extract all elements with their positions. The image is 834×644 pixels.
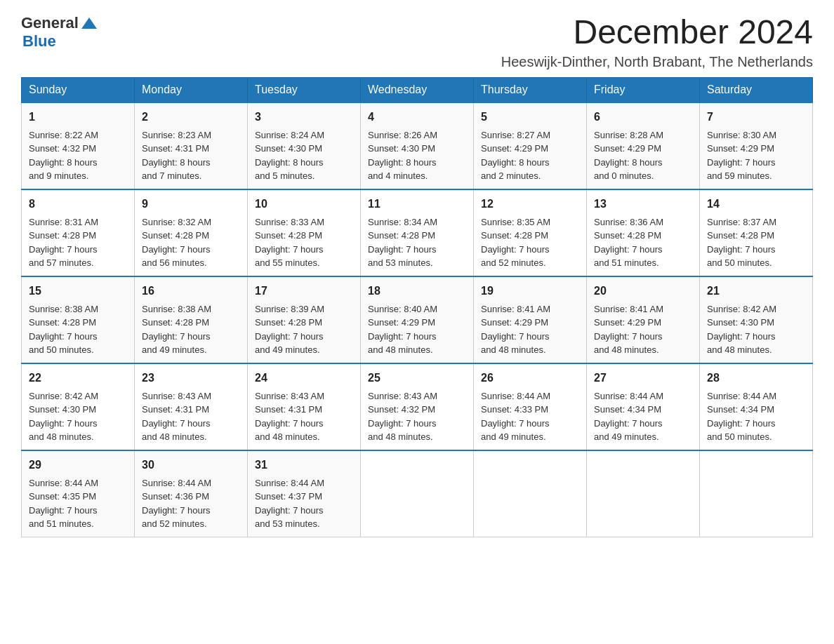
location-subtitle: Heeswijk-Dinther, North Brabant, The Net… <box>501 54 813 70</box>
calendar-cell: 8 Sunrise: 8:31 AM Sunset: 4:28 PM Dayli… <box>22 189 135 276</box>
calendar-cell: 26 Sunrise: 8:44 AM Sunset: 4:33 PM Dayl… <box>474 363 587 450</box>
day-sunrise: Sunrise: 8:44 AM <box>142 478 211 488</box>
day-number: 29 <box>29 457 127 474</box>
calendar-cell: 7 Sunrise: 8:30 AM Sunset: 4:29 PM Dayli… <box>700 102 813 189</box>
day-sunset: Sunset: 4:35 PM <box>29 491 96 502</box>
day-daylight-cont: and 49 minutes. <box>481 431 546 442</box>
title-area: December 2024 Heeswijk-Dinther, North Br… <box>501 14 813 70</box>
calendar-cell <box>361 450 474 537</box>
day-number: 6 <box>594 109 692 126</box>
calendar-cell: 22 Sunrise: 8:42 AM Sunset: 4:30 PM Dayl… <box>22 363 135 450</box>
day-sunrise: Sunrise: 8:41 AM <box>594 304 663 314</box>
day-sunrise: Sunrise: 8:44 AM <box>481 391 550 401</box>
day-number: 30 <box>142 457 240 474</box>
calendar-cell: 24 Sunrise: 8:43 AM Sunset: 4:31 PM Dayl… <box>248 363 361 450</box>
month-title: December 2024 <box>501 14 813 51</box>
logo-general-text: General <box>21 14 79 32</box>
day-sunrise: Sunrise: 8:38 AM <box>142 304 211 314</box>
day-daylight: Daylight: 7 hours <box>368 418 437 429</box>
day-number: 15 <box>29 283 127 300</box>
day-daylight: Daylight: 7 hours <box>368 244 437 255</box>
day-daylight-cont: and 48 minutes. <box>255 431 320 442</box>
logo: General Blue <box>21 14 97 51</box>
day-sunset: Sunset: 4:28 PM <box>29 230 96 241</box>
day-sunrise: Sunrise: 8:38 AM <box>29 304 98 314</box>
day-sunrise: Sunrise: 8:36 AM <box>594 217 663 227</box>
day-sunset: Sunset: 4:28 PM <box>481 230 548 241</box>
day-number: 4 <box>368 109 466 126</box>
calendar-cell: 23 Sunrise: 8:43 AM Sunset: 4:31 PM Dayl… <box>135 363 248 450</box>
day-number: 24 <box>255 370 353 387</box>
day-number: 26 <box>481 370 579 387</box>
calendar-cell: 29 Sunrise: 8:44 AM Sunset: 4:35 PM Dayl… <box>22 450 135 537</box>
day-sunset: Sunset: 4:30 PM <box>29 404 96 415</box>
day-sunset: Sunset: 4:28 PM <box>29 317 96 328</box>
day-daylight-cont: and 49 minutes. <box>594 431 659 442</box>
day-daylight: Daylight: 7 hours <box>707 331 776 342</box>
day-daylight-cont: and 55 minutes. <box>255 257 320 268</box>
calendar-week-row: 29 Sunrise: 8:44 AM Sunset: 4:35 PM Dayl… <box>22 450 813 537</box>
day-sunrise: Sunrise: 8:41 AM <box>481 304 550 314</box>
day-number: 22 <box>29 370 127 387</box>
day-daylight-cont: and 48 minutes. <box>368 431 433 442</box>
day-daylight: Daylight: 7 hours <box>29 505 98 516</box>
logo-triangle-icon <box>81 16 97 30</box>
day-sunrise: Sunrise: 8:44 AM <box>255 478 324 488</box>
day-daylight: Daylight: 7 hours <box>255 244 324 255</box>
logo-blue-text: Blue <box>22 32 97 51</box>
calendar-cell <box>700 450 813 537</box>
day-daylight: Daylight: 7 hours <box>255 331 324 342</box>
day-sunrise: Sunrise: 8:35 AM <box>481 217 550 227</box>
calendar-cell: 2 Sunrise: 8:23 AM Sunset: 4:31 PM Dayli… <box>135 102 248 189</box>
day-header-tuesday: Tuesday <box>248 77 361 102</box>
day-daylight-cont: and 48 minutes. <box>142 431 207 442</box>
day-daylight: Daylight: 7 hours <box>255 505 324 516</box>
day-daylight-cont: and 48 minutes. <box>594 344 659 355</box>
day-header-thursday: Thursday <box>474 77 587 102</box>
day-daylight-cont: and 53 minutes. <box>368 257 433 268</box>
day-daylight-cont: and 51 minutes. <box>29 518 94 529</box>
day-number: 3 <box>255 109 353 126</box>
calendar-cell: 31 Sunrise: 8:44 AM Sunset: 4:37 PM Dayl… <box>248 450 361 537</box>
day-header-monday: Monday <box>135 77 248 102</box>
day-sunrise: Sunrise: 8:44 AM <box>707 391 776 401</box>
day-daylight-cont: and 4 minutes. <box>368 170 428 181</box>
day-number: 9 <box>142 196 240 213</box>
day-sunrise: Sunrise: 8:22 AM <box>29 130 98 140</box>
day-sunrise: Sunrise: 8:26 AM <box>368 130 437 140</box>
day-sunrise: Sunrise: 8:24 AM <box>255 130 324 140</box>
day-sunset: Sunset: 4:36 PM <box>142 491 209 502</box>
day-daylight: Daylight: 7 hours <box>368 331 437 342</box>
calendar-cell <box>587 450 700 537</box>
day-sunset: Sunset: 4:29 PM <box>707 143 774 154</box>
calendar-cell: 27 Sunrise: 8:44 AM Sunset: 4:34 PM Dayl… <box>587 363 700 450</box>
day-number: 14 <box>707 196 805 213</box>
calendar-cell: 4 Sunrise: 8:26 AM Sunset: 4:30 PM Dayli… <box>361 102 474 189</box>
calendar-cell: 5 Sunrise: 8:27 AM Sunset: 4:29 PM Dayli… <box>474 102 587 189</box>
day-daylight-cont: and 52 minutes. <box>481 257 546 268</box>
calendar-cell: 25 Sunrise: 8:43 AM Sunset: 4:32 PM Dayl… <box>361 363 474 450</box>
day-sunrise: Sunrise: 8:37 AM <box>707 217 776 227</box>
day-number: 25 <box>368 370 466 387</box>
day-sunrise: Sunrise: 8:43 AM <box>368 391 437 401</box>
day-number: 27 <box>594 370 692 387</box>
day-number: 18 <box>368 283 466 300</box>
day-number: 28 <box>707 370 805 387</box>
day-sunrise: Sunrise: 8:27 AM <box>481 130 550 140</box>
day-header-sunday: Sunday <box>22 77 135 102</box>
day-sunset: Sunset: 4:31 PM <box>142 143 209 154</box>
calendar-cell: 6 Sunrise: 8:28 AM Sunset: 4:29 PM Dayli… <box>587 102 700 189</box>
day-sunrise: Sunrise: 8:30 AM <box>707 130 776 140</box>
day-sunset: Sunset: 4:28 PM <box>142 317 209 328</box>
day-daylight-cont: and 9 minutes. <box>29 170 88 181</box>
day-sunset: Sunset: 4:28 PM <box>255 230 322 241</box>
day-sunrise: Sunrise: 8:44 AM <box>594 391 663 401</box>
day-number: 31 <box>255 457 353 474</box>
day-daylight: Daylight: 8 hours <box>142 157 211 168</box>
day-sunset: Sunset: 4:29 PM <box>368 317 435 328</box>
day-number: 23 <box>142 370 240 387</box>
calendar-table: SundayMondayTuesdayWednesdayThursdayFrid… <box>21 77 813 537</box>
day-daylight: Daylight: 8 hours <box>368 157 437 168</box>
day-sunset: Sunset: 4:34 PM <box>594 404 661 415</box>
day-daylight-cont: and 48 minutes. <box>368 344 433 355</box>
